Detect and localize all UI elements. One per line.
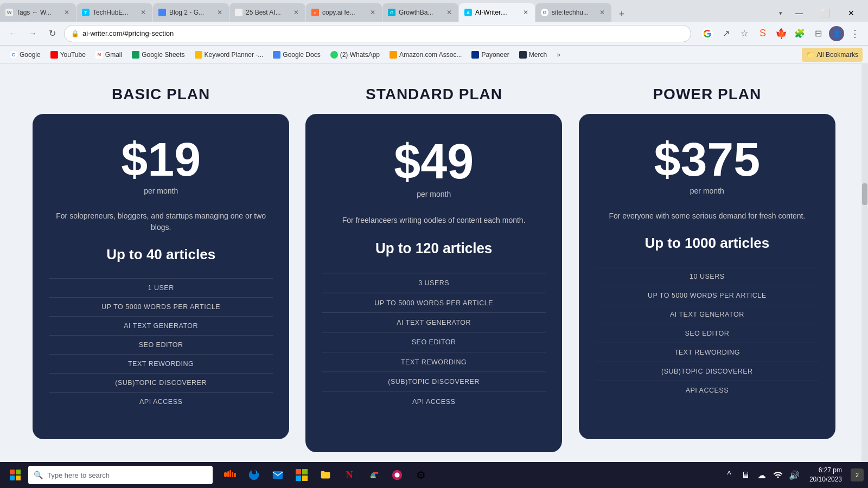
tab-3-close[interactable]: ✕ [292,8,300,17]
standard-feature-4: TEXT REWORDING [322,352,546,371]
svg-rect-6 [302,469,308,474]
tab-2-favicon [158,9,166,16]
maximize-button[interactable]: ⬜ [813,4,838,22]
google-account-icon[interactable] [700,26,715,41]
basic-feature-list: 1 USER UP TO 5000 WORDS PER ARTICLE AI T… [49,278,273,411]
svg-point-11 [394,472,399,477]
bookmark-star-icon[interactable]: ☆ [737,26,752,41]
bookmark-payoneer[interactable]: Payoneer [467,48,513,62]
standard-plan-price: $49 [394,137,474,187]
bookmarks-icon: 📁 [806,51,814,59]
tab-3[interactable]: 25 Best AI... ✕ [229,3,305,22]
tray-wifi[interactable] [771,468,784,481]
basic-plan-title: BASIC PLAN [112,86,210,103]
all-bookmarks[interactable]: 📁 All Bookmarks [802,48,863,62]
tab-2-close[interactable]: ✕ [216,8,224,17]
bookmark-merch-label: Merch [529,51,547,59]
taskbar-tiles[interactable] [291,464,312,486]
start-button[interactable] [4,464,26,486]
taskbar-edge[interactable] [243,464,265,486]
standard-feature-2: AI TEXT GENERATOR [322,312,546,332]
url-bar[interactable]: 🔒 ai-writer.com/#pricing-section [64,25,691,42]
basic-feature-2: AI TEXT GENERATOR [49,316,273,335]
forward-button[interactable]: → [25,26,40,41]
bookmark-gmail[interactable]: M Gmail [91,48,126,62]
tab-0[interactable]: W Tags ← W... ✕ [0,3,76,22]
ext-icon-2[interactable]: 🍁 [774,26,789,41]
tab-0-close[interactable]: ✕ [63,8,71,17]
basic-feature-5: (SUB)TOPIC DISCOVERER [49,373,273,392]
youtube-favicon [50,51,58,59]
google-favicon: G [10,51,17,59]
scrollbar[interactable] [861,64,868,462]
share-icon[interactable]: ↗ [718,26,733,41]
taskbar-mail[interactable] [267,464,289,486]
tray-cloud[interactable]: ☁ [755,468,768,481]
tab-4[interactable]: c copy.ai fe... ✕ [306,3,382,22]
tab-7-close[interactable]: ✕ [598,8,606,17]
tray-monitor[interactable]: 🖥 [739,468,752,481]
tab-1[interactable]: T TechHubE... ✕ [76,3,152,22]
bookmark-google[interactable]: G Google [5,48,45,62]
minimize-button[interactable]: — [787,4,812,22]
bookmark-google-label: Google [20,51,41,59]
tab-6[interactable]: A AI-Writer.... ✕ [459,3,535,22]
power-plan-card: $375 per month For everyone with some se… [579,114,835,439]
profile-avatar[interactable]: 👤 [829,26,844,41]
tab-5-close[interactable]: ✕ [445,8,453,17]
svg-rect-3 [16,476,21,480]
taskbar-search[interactable]: 🔍 Type here to search [28,466,213,484]
taskbar-explorer[interactable] [315,464,336,486]
bookmark-sheets[interactable]: Google Sheets [127,48,189,62]
address-bar: ← → ↻ 🔒 ai-writer.com/#pricing-section ↗… [0,22,868,46]
clock[interactable]: 6:27 pm 20/10/2023 [805,466,846,484]
sheets-favicon [132,51,139,59]
bookmark-kw[interactable]: Keyword Planner -... [190,48,268,62]
taskbar-chromepink[interactable] [386,464,408,486]
pay-favicon [471,51,479,59]
taskbar-chrome[interactable] [362,464,384,486]
tray-volume[interactable]: 🔊 [788,468,801,481]
notification-badge[interactable]: 2 [851,468,864,481]
ext-icon-1[interactable]: S [755,26,770,41]
close-button[interactable]: ✕ [839,4,864,22]
power-plan-desc: For everyone with some serious demand fo… [609,210,805,222]
lock-icon: 🔒 [71,30,79,37]
sidebar-icon[interactable]: ⊟ [810,26,826,41]
tab-5[interactable]: G GrowthBa... ✕ [382,3,458,22]
tab-1-close[interactable]: ✕ [139,8,147,17]
tray-chevron[interactable]: ^ [723,468,736,481]
new-tab-button[interactable]: + [614,7,629,22]
taskbar-netflix[interactable]: N [339,464,360,486]
bookmarks-more[interactable]: » [552,48,565,62]
tab-1-label: TechHubE... [93,9,136,16]
bookmark-youtube[interactable]: YouTube [46,48,90,62]
basic-feature-4: TEXT REWORDING [49,354,273,373]
bookmark-docs[interactable]: Google Docs [269,48,324,62]
tab-list-btn[interactable]: ▾ [776,10,786,17]
tab-2[interactable]: Blog 2 - G... ✕ [153,3,229,22]
taskbar-soundcloud[interactable] [219,464,241,486]
taskbar-apps: N ⚙ [219,464,432,486]
reload-button[interactable]: ↻ [44,26,60,41]
basic-feature-3: SEO EDITOR [49,335,273,354]
tab-7[interactable]: G site:techhu... ✕ [535,3,611,22]
menu-icon[interactable]: ⋮ [847,26,863,41]
svg-rect-4 [273,471,283,479]
standard-feature-6: API ACCESS [322,391,546,411]
bookmark-merch[interactable]: Merch [515,48,551,62]
scrollbar-thumb[interactable] [862,183,867,205]
wa-favicon [330,51,338,59]
bookmark-whatsapp[interactable]: (2) WhatsApp [326,48,384,62]
basic-articles: Up to 40 articles [106,246,215,263]
power-feature-5: (SUB)TOPIC DISCOVERER [595,362,819,381]
search-magnifier-icon: 🔍 [34,471,43,479]
page-content: BASIC PLAN $19 per month For solopreneur… [0,64,868,462]
extensions-icon[interactable]: 🧩 [792,26,807,41]
tab-4-close[interactable]: ✕ [369,8,376,17]
tab-6-close[interactable]: ✕ [522,8,529,17]
bookmark-amazon[interactable]: Amazon.com Assoc... [385,48,466,62]
power-plan-price: $375 [654,136,760,183]
taskbar-app8[interactable]: ⚙ [410,464,432,486]
back-button[interactable]: ← [5,26,21,41]
